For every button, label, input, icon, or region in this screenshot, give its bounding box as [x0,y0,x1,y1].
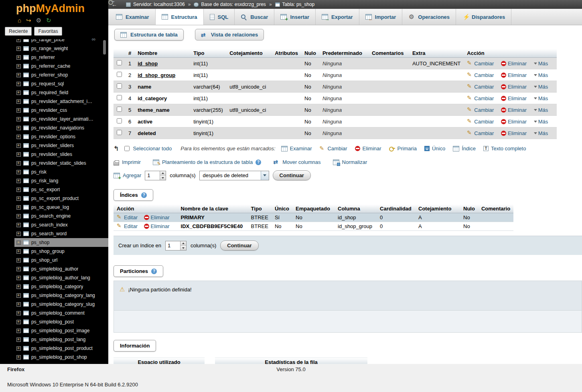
expand-plus-icon[interactable] [16,346,21,351]
drop-link[interactable]: Eliminar [501,84,527,90]
change-link[interactable]: Cambiar [467,130,494,136]
sidebar-table-item[interactable]: ps_referrer_shop [14,71,108,79]
expand-plus-icon[interactable] [16,152,21,157]
create-index-count-input[interactable] [166,241,180,250]
tab[interactable]: Examinar [110,9,156,25]
sidebar-table-item[interactable]: ps_request_sql [14,79,108,88]
breadcrumb-database-link[interactable]: Base de datos: esxdcrzg_pres [201,2,266,7]
logout-icon[interactable] [26,17,31,24]
phpmyadmin-logo[interactable]: phpMyAdmin [0,0,108,15]
column-header[interactable]: Acción [114,204,178,213]
expand-plus-icon[interactable] [16,170,21,174]
column-header[interactable]: Comentario [478,204,513,213]
sidebar-table-item[interactable]: ps_risk [14,168,108,176]
tab[interactable]: Exportar [316,9,359,25]
expand-plus-icon[interactable] [16,355,21,360]
go-button[interactable]: Continuar [273,170,311,180]
sidebar-table-item[interactable]: ps_simpleblog_post_shop [14,353,108,362]
tab[interactable]: Estructura [156,9,204,25]
sidebar-table-item[interactable]: ps_simpleblog_category [14,282,108,291]
help-icon[interactable] [256,160,261,165]
expand-plus-icon[interactable] [16,46,21,51]
expand-plus-icon[interactable] [16,108,21,113]
sidebar-table-item[interactable]: ps_simpleblog_comment [14,309,108,317]
more-link[interactable]: Más [534,61,548,67]
column-header[interactable]: Columna [335,204,377,213]
drop-link[interactable]: Eliminar [501,95,527,101]
stepper-down-icon[interactable] [160,176,166,180]
tool-link[interactable]: Planteamiento de la estructura de tabla [153,159,261,165]
row-checkbox[interactable] [117,130,122,135]
drop-link[interactable]: Eliminar [501,61,527,67]
with-selected-action[interactable]: Examinar [281,145,312,152]
drop-link[interactable]: Eliminar [501,107,527,113]
with-selected-action[interactable]: Único [424,145,445,152]
sidebar-table-item[interactable]: ps_sc_queue_log [14,203,108,212]
with-selected-action[interactable]: Primaria [389,145,417,152]
sidebar-table-item[interactable]: ps_risk_lang [14,176,108,185]
tab[interactable]: Insertar [274,9,316,25]
drop-link[interactable]: Eliminar [501,119,527,125]
column-header[interactable]: Extra [409,49,464,58]
tool-link[interactable]: Normalizar [333,159,367,165]
expand-plus-icon[interactable] [16,276,21,280]
more-link[interactable]: Más [534,72,548,78]
expand-plus-icon[interactable] [16,205,21,210]
breadcrumb-table-link[interactable]: Tabla: ps_shop [282,2,315,7]
expand-plus-icon[interactable] [16,258,21,263]
row-checkbox[interactable] [117,60,122,65]
expand-plus-icon[interactable] [16,179,21,183]
favorites-button[interactable]: Favoritas [34,27,62,36]
with-selected-action[interactable]: Eliminar [355,145,381,152]
change-link[interactable]: Cambiar [467,72,494,78]
help-icon[interactable] [141,192,147,198]
sidebar-table-item[interactable]: ps_search_index [14,220,108,229]
row-checkbox[interactable] [117,95,122,100]
change-link[interactable]: Cambiar [467,119,494,125]
sidebar-table-item[interactable]: ps_range_weight [14,44,108,53]
with-selected-action[interactable]: Índice [453,145,476,152]
more-link[interactable]: Más [534,95,548,101]
expand-plus-icon[interactable] [16,117,21,121]
column-header[interactable]: Nulo [301,49,319,58]
sidebar-table-item[interactable]: ps_simpleblog_category_lang [14,291,108,300]
expand-plus-icon[interactable] [16,143,21,148]
expand-plus-icon[interactable] [16,320,21,324]
expand-plus-icon[interactable] [16,91,21,95]
sidebar-table-item[interactable]: ps_sc_export [14,185,108,194]
stepper-up-icon[interactable] [160,171,166,176]
sidebar-table-item[interactable]: ps_shop_group [14,247,108,256]
expand-plus-icon[interactable] [16,161,21,166]
refresh-icon[interactable] [46,17,51,24]
change-link[interactable]: Cambiar [467,61,494,67]
stepper-down-icon[interactable] [180,246,186,250]
tab[interactable]: SQL [204,9,235,25]
change-link[interactable]: Cambiar [467,84,494,90]
expand-plus-icon[interactable] [16,73,21,77]
tab[interactable]: Operaciones [402,9,456,25]
subtab-table-structure[interactable]: Estructura de tabla [114,29,184,40]
expand-plus-icon[interactable] [16,82,21,86]
drop-index-link[interactable]: Eliminar [144,214,170,220]
tool-link[interactable]: Imprimir [114,159,141,165]
row-checkbox[interactable] [117,83,122,89]
edit-index-link[interactable]: Editar [117,214,138,220]
more-link[interactable]: Más [534,130,548,136]
sidebar-table-item[interactable]: ps_revslider_options [14,132,108,141]
home-icon[interactable] [18,17,21,24]
tool-link[interactable]: Mover columnas [273,159,320,165]
expand-plus-icon[interactable] [16,214,21,218]
sidebar-table-item[interactable]: ps_range_price [14,39,108,44]
sidebar-table-item[interactable]: ps_simpleblog_post_lang [14,335,108,344]
with-selected-action[interactable]: Texto completo [483,145,526,152]
sidebar-table-item[interactable]: ps_sc_export_product [14,194,108,203]
drop-index-link[interactable]: Eliminar [144,223,170,229]
select-all-checkbox[interactable] [124,146,130,151]
breadcrumb-server-link[interactable]: Servidor: localhost:3306 [133,2,185,7]
sidebar-scrollbar-thumb[interactable] [103,40,106,55]
expand-plus-icon[interactable] [16,311,21,315]
expand-plus-icon[interactable] [16,55,21,60]
settings-gear-icon[interactable] [36,17,41,24]
column-header[interactable]: Tipo [248,204,272,213]
sidebar-table-item[interactable]: ps_simpleblog_author_lang [14,273,108,282]
